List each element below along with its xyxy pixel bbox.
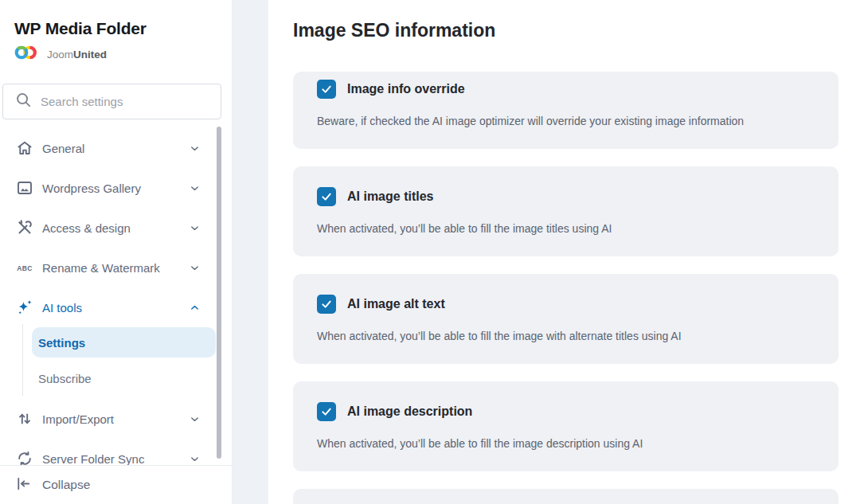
settings-card-partial [293,489,838,504]
image-icon [15,178,34,197]
setting-card-image-info-override: Image info override Beware, if checked t… [293,72,838,149]
collapse-icon [14,475,33,496]
setting-card-ai-image-description: AI image description When activated, you… [293,381,838,471]
sidebar-item-general[interactable]: General [0,128,232,168]
app-title: WP Media Folder [14,19,217,38]
home-icon [15,139,34,158]
setting-label: AI image titles [347,189,433,204]
import-export-icon [15,409,34,428]
content-gutter [233,0,268,504]
collapse-label: Collapse [42,478,90,492]
setting-card-ai-image-alt-text: AI image alt text When activated, you’ll… [293,274,838,364]
sidebar-item-access-design[interactable]: Access & design [0,208,232,248]
sidebar: WP Media Folder JoomUnited [0,0,233,504]
joomunited-rings-icon [14,44,41,64]
brand-row: JoomUnited [14,44,217,64]
sparkles-icon [15,298,34,317]
search-icon [15,92,32,111]
checkbox-checked[interactable] [317,295,336,314]
chevron-down-icon[interactable] [188,412,201,425]
sidebar-item-wordpress-gallery[interactable]: Wordpress Gallery [0,168,232,208]
chevron-down-icon[interactable] [188,221,201,234]
setting-label: AI image description [347,404,472,419]
setting-description: When activated, you’ll be able to fill t… [317,437,815,451]
checkbox-checked[interactable] [317,80,336,99]
sidebar-subitem-settings[interactable]: Settings [32,327,216,357]
setting-card-ai-image-titles: AI image titles When activated, you’ll b… [293,166,838,256]
collapse-button[interactable]: Collapse [0,465,232,504]
settings-card-list: Image info override Beware, if checked t… [293,72,838,471]
tools-icon [15,218,34,237]
chevron-down-icon[interactable] [188,142,201,154]
sidebar-item-rename-watermark[interactable]: ABC Rename & Watermark [0,248,232,287]
search-input[interactable] [41,95,211,108]
app-window: WP Media Folder JoomUnited [0,0,860,504]
ai-tools-submenu: SettingsSubscribe [0,327,232,399]
setting-description: When activated, you’ll be able to fill t… [317,330,815,343]
main-content: Image SEO information Image info overrid… [268,0,860,504]
logo-block: WP Media Folder JoomUnited [0,0,232,64]
abc-icon: ABC [15,258,34,277]
setting-label: Image info override [347,82,465,96]
chevron-down-icon[interactable] [188,261,201,274]
setting-label: AI image alt text [347,297,445,311]
svg-text:ABC: ABC [17,264,33,272]
checkbox-checked[interactable] [317,187,336,206]
chevron-down-icon[interactable] [188,182,201,194]
setting-description: When activated, you’ll be able to fill t… [317,222,815,236]
sidebar-subitem-subscribe[interactable]: Subscribe [32,361,216,396]
sidebar-item-import-export[interactable]: Import/Export [0,399,232,439]
sidebar-scrollbar[interactable] [217,127,221,459]
sidebar-item-ai-tools[interactable]: AI tools [0,287,232,327]
chevron-up-icon[interactable] [188,301,201,314]
setting-description: Beware, if checked the AI image optimize… [317,115,815,128]
checkbox-checked[interactable] [317,402,336,421]
sidebar-nav: General Wordpress Gallery Access & desig… [0,128,232,479]
chevron-down-icon[interactable] [188,452,201,465]
search-box [2,84,221,119]
brand-text: JoomUnited [47,49,107,61]
page-title: Image SEO information [293,18,838,43]
